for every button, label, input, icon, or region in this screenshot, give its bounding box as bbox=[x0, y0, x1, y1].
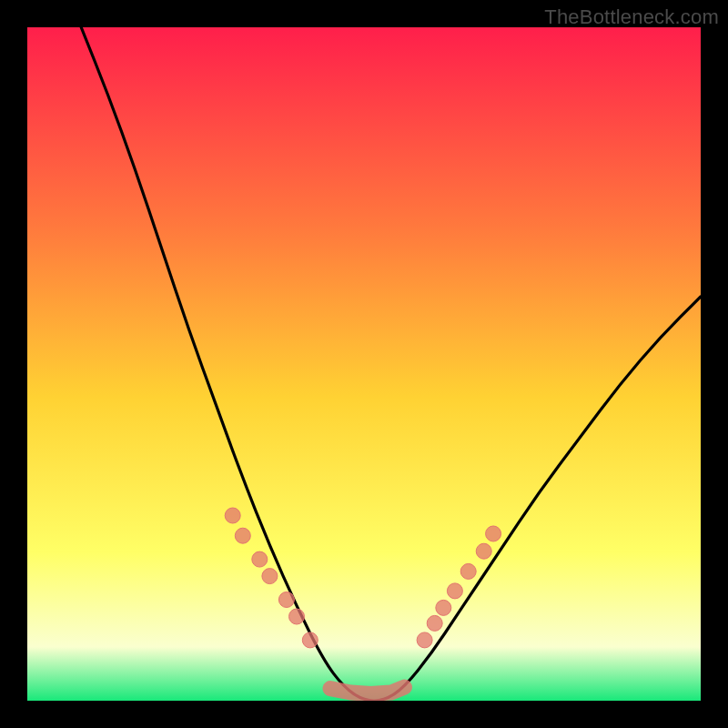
marker-left bbox=[278, 592, 294, 608]
marker-left bbox=[252, 551, 268, 567]
bottleneck-curve-chart bbox=[27, 27, 701, 701]
plateau-marker bbox=[330, 687, 404, 693]
marker-right bbox=[436, 600, 451, 615]
marker-left bbox=[262, 569, 278, 584]
watermark-text: TheBottleneck.com bbox=[544, 5, 719, 29]
plot-area bbox=[27, 27, 701, 701]
marker-right bbox=[427, 615, 442, 631]
marker-right bbox=[417, 632, 432, 648]
marker-right bbox=[476, 543, 491, 559]
marker-left bbox=[235, 528, 250, 543]
marker-right bbox=[460, 563, 476, 579]
marker-left bbox=[225, 508, 240, 523]
marker-left bbox=[289, 609, 305, 624]
chart-frame: TheBottleneck.com bbox=[0, 0, 728, 728]
marker-right bbox=[486, 526, 501, 541]
marker-left bbox=[302, 632, 318, 648]
gradient-background bbox=[27, 27, 701, 701]
marker-right bbox=[447, 583, 462, 599]
